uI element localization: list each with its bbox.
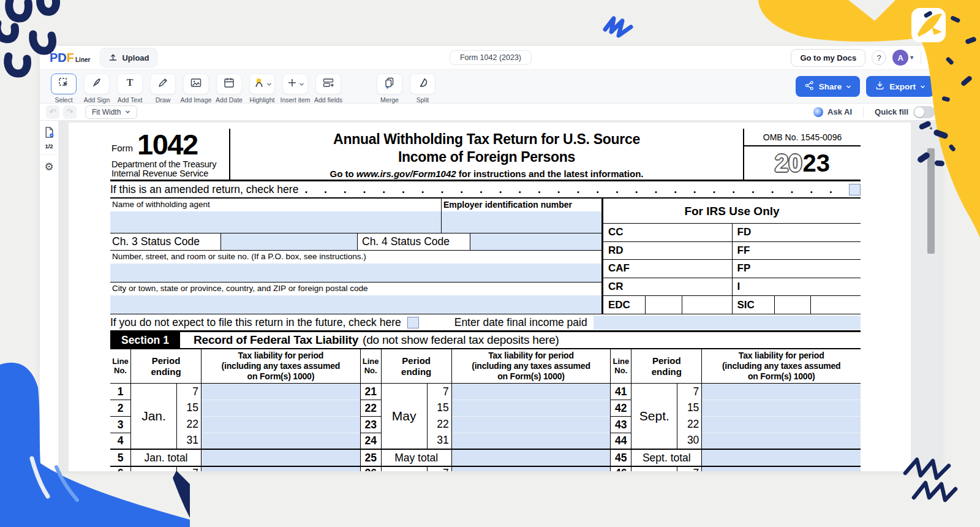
future-filing-checkbox[interactable] [407,317,419,328]
settings-gear-icon[interactable]: ⚙ [44,161,53,173]
tax-liability-input[interactable] [452,400,611,417]
editing-toolbar: Select Add Sign T Add Text Draw Add Imag… [40,69,941,104]
logo-letter-f: F [67,51,74,65]
scrollbar-up-arrow[interactable]: ▲ [929,125,933,131]
irs-sic-cell2 [810,296,861,314]
zoom-level-dropdown[interactable]: Fit Width [85,105,137,119]
pdf-page: Form 1042 Department of the Treasury Int… [69,123,911,471]
upload-button[interactable]: Upload [100,48,157,67]
future-filing-row: If you do not expect to file this return… [110,314,861,332]
line-number: 24 [361,433,382,450]
final-income-date-input[interactable] [594,316,861,330]
form-title-line1: Annual Withholding Tax Return for U.S. S… [230,131,743,148]
tool-highlight[interactable]: Highlight [246,74,279,104]
tool-insert-item[interactable]: Insert item [279,74,312,104]
city-input[interactable] [110,295,601,314]
ch4-status-input[interactable] [470,233,601,250]
tax-liability-input[interactable] [702,400,861,417]
page-thumbnails-button[interactable]: 1/2 [40,126,58,155]
form-word: Form [111,143,133,157]
tool-add-text[interactable]: T Add Text [113,74,146,104]
table-group-may: LineNo. Periodending Tax liability for p… [360,349,611,471]
form-number-block: Form 1042 Department of the Treasury Int… [110,129,230,180]
topbar-divider [921,51,921,64]
collapse-toolbar-icon[interactable]: ▲ [927,55,935,61]
tax-liability-input[interactable] [202,417,360,433]
tool-add-sign[interactable]: Add Sign [80,74,113,104]
tool-add-fields[interactable]: Add fields [312,74,345,104]
form-title-line2: Income of Foreign Persons [230,148,743,166]
tax-liability-input[interactable] [202,433,360,450]
avatar[interactable]: A [892,50,908,66]
section1-header: Section 1 Record of Federal Tax Liabilit… [110,332,861,349]
city-label: City or town, state or province, country… [110,282,601,294]
withholding-agent-cell: Name of withholding agent [110,199,442,233]
quick-fill-control: Quick fill [875,106,935,118]
line-number: 4 [110,433,131,450]
tool-select[interactable]: Select [47,74,80,104]
calendar-icon [223,77,235,91]
highlight-chevron-down-icon [266,78,272,89]
pdfliner-logo[interactable]: PDFLiner [50,51,90,65]
omb-number: OMB No. 1545-0096 [744,129,861,146]
withholding-agent-input[interactable] [110,211,441,233]
tool-merge[interactable]: Merge [373,74,406,104]
street-input[interactable] [110,264,601,282]
tax-liability-input[interactable] [452,417,611,433]
month-total-input[interactable] [702,450,861,467]
share-button[interactable]: Share [796,76,861,97]
text-icon: T [124,77,136,91]
tax-liability-input[interactable] [202,384,360,400]
go-to-my-docs-button[interactable]: Go to my Docs [791,49,865,67]
merge-pages-icon [383,77,396,91]
line-number: 43 [611,417,631,433]
agent-info-region: Name of withholding agent Employer ident… [110,199,861,314]
tax-liability-input[interactable] [452,384,611,400]
month-total-input[interactable] [452,450,611,467]
help-button[interactable]: ? [872,50,886,65]
month-total-input[interactable] [202,450,360,467]
scrollbar-thumb[interactable] [927,148,935,254]
tool-add-date[interactable]: Add Date [213,74,246,104]
tool-add-image[interactable]: Add Image [179,74,213,104]
tax-year: 2023 [744,146,861,180]
tax-liability-input[interactable] [202,400,360,417]
document-title-pill[interactable]: Form 1042 (2023) [450,50,532,65]
ch3-status-input[interactable] [221,233,358,250]
irs-edc-label: EDC [603,299,639,311]
redo-button[interactable]: ↷ [63,105,77,119]
irs-edc-cell1 [645,296,682,314]
logo-liner-text: Liner [75,56,90,63]
ein-input[interactable] [442,211,601,233]
amended-return-checkbox[interactable] [849,184,861,195]
next-month-cell [131,467,177,471]
tax-liability-input[interactable] [702,417,861,433]
undo-button[interactable]: ↶ [46,105,59,119]
share-export-group: Share Export [796,74,934,97]
top-bar: PDFLiner Upload Form 1042 (2023) Go to m… [40,46,941,69]
table-group-jan: LineNo. Periodending Tax liability for p… [110,349,360,471]
zoom-chevron-down-icon [125,108,130,116]
line-number: 21 [361,384,382,400]
ch4-status-label: Ch. 4 Status Code [358,233,470,250]
irs-row-edc-sic: EDC SIC [603,295,861,314]
form-number: 1042 [137,133,198,157]
export-chevron-down-icon [920,82,925,91]
period-days: 7 15 22 30 [677,384,702,450]
insert-chevron-down-icon [299,78,304,89]
street-row: Number, street, and room or suite no. (I… [110,251,601,282]
document-page-icon [43,126,55,142]
yellow-blob-notch [848,0,895,21]
tool-split[interactable]: Split [406,74,439,104]
avatar-chevron-down-icon[interactable]: ▼ [909,55,914,61]
signature-pen-icon [91,77,103,91]
quick-fill-toggle[interactable] [913,106,935,118]
month-label: Jan. [131,384,177,450]
ask-ai-button[interactable]: Ask AI [813,107,852,117]
share-icon [804,80,815,93]
tax-liability-input[interactable] [452,433,611,450]
tool-draw[interactable]: Draw [146,74,179,104]
tax-liability-input[interactable] [702,433,861,450]
export-button[interactable]: Export [866,76,934,97]
tax-liability-input[interactable] [702,384,861,400]
